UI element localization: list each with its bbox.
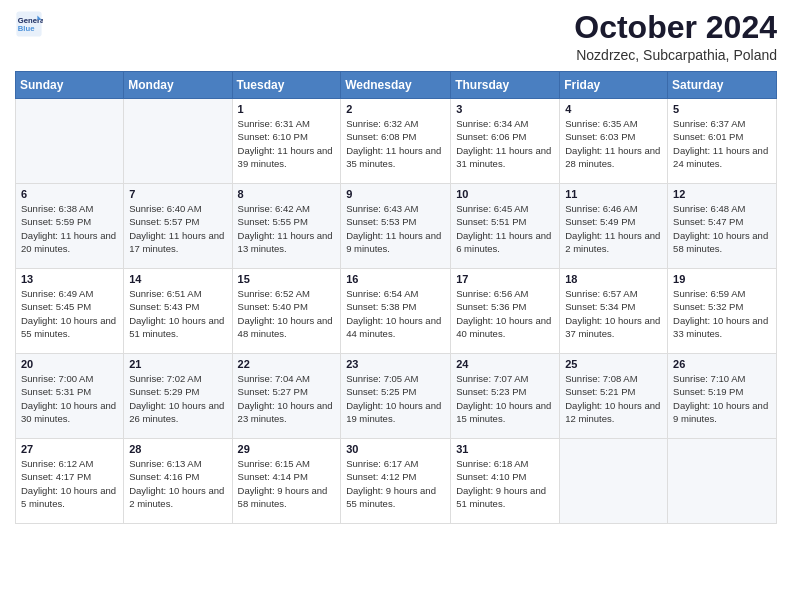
day-info: Sunrise: 6:57 AMSunset: 5:34 PMDaylight:…: [565, 287, 662, 340]
sunrise-text: Sunrise: 6:31 AM: [238, 118, 310, 129]
daylight-text: Daylight: 11 hours and 9 minutes.: [346, 230, 441, 254]
daylight-text: Daylight: 10 hours and 12 minutes.: [565, 400, 660, 424]
day-info: Sunrise: 6:45 AMSunset: 5:51 PMDaylight:…: [456, 202, 554, 255]
table-row: 31Sunrise: 6:18 AMSunset: 4:10 PMDayligh…: [451, 439, 560, 524]
sunrise-text: Sunrise: 6:18 AM: [456, 458, 528, 469]
table-row: 19Sunrise: 6:59 AMSunset: 5:32 PMDayligh…: [668, 269, 777, 354]
sunset-text: Sunset: 5:43 PM: [129, 301, 199, 312]
sunrise-text: Sunrise: 6:51 AM: [129, 288, 201, 299]
day-info: Sunrise: 6:37 AMSunset: 6:01 PMDaylight:…: [673, 117, 771, 170]
day-info: Sunrise: 6:56 AMSunset: 5:36 PMDaylight:…: [456, 287, 554, 340]
sunset-text: Sunset: 5:45 PM: [21, 301, 91, 312]
day-info: Sunrise: 6:54 AMSunset: 5:38 PMDaylight:…: [346, 287, 445, 340]
day-info: Sunrise: 6:51 AMSunset: 5:43 PMDaylight:…: [129, 287, 226, 340]
sunrise-text: Sunrise: 6:56 AM: [456, 288, 528, 299]
page: General Blue October 2024 Nozdrzec, Subc…: [0, 0, 792, 612]
week-row-1: 1Sunrise: 6:31 AMSunset: 6:10 PMDaylight…: [16, 99, 777, 184]
header-saturday: Saturday: [668, 72, 777, 99]
table-row: 14Sunrise: 6:51 AMSunset: 5:43 PMDayligh…: [124, 269, 232, 354]
sunrise-text: Sunrise: 6:13 AM: [129, 458, 201, 469]
sunrise-text: Sunrise: 6:54 AM: [346, 288, 418, 299]
header-wednesday: Wednesday: [341, 72, 451, 99]
day-info: Sunrise: 7:05 AMSunset: 5:25 PMDaylight:…: [346, 372, 445, 425]
sunset-text: Sunset: 5:32 PM: [673, 301, 743, 312]
table-row: 21Sunrise: 7:02 AMSunset: 5:29 PMDayligh…: [124, 354, 232, 439]
sunrise-text: Sunrise: 6:37 AM: [673, 118, 745, 129]
sunrise-text: Sunrise: 7:10 AM: [673, 373, 745, 384]
day-info: Sunrise: 6:35 AMSunset: 6:03 PMDaylight:…: [565, 117, 662, 170]
sunrise-text: Sunrise: 6:43 AM: [346, 203, 418, 214]
week-row-5: 27Sunrise: 6:12 AMSunset: 4:17 PMDayligh…: [16, 439, 777, 524]
day-info: Sunrise: 7:02 AMSunset: 5:29 PMDaylight:…: [129, 372, 226, 425]
sunset-text: Sunset: 5:36 PM: [456, 301, 526, 312]
daylight-text: Daylight: 11 hours and 17 minutes.: [129, 230, 224, 254]
daylight-text: Daylight: 11 hours and 6 minutes.: [456, 230, 551, 254]
day-info: Sunrise: 6:52 AMSunset: 5:40 PMDaylight:…: [238, 287, 336, 340]
day-number: 18: [565, 273, 662, 285]
day-number: 11: [565, 188, 662, 200]
daylight-text: Daylight: 10 hours and 26 minutes.: [129, 400, 224, 424]
sunrise-text: Sunrise: 6:45 AM: [456, 203, 528, 214]
table-row: 1Sunrise: 6:31 AMSunset: 6:10 PMDaylight…: [232, 99, 341, 184]
sunrise-text: Sunrise: 6:35 AM: [565, 118, 637, 129]
day-number: 12: [673, 188, 771, 200]
month-title: October 2024: [574, 10, 777, 45]
daylight-text: Daylight: 10 hours and 19 minutes.: [346, 400, 441, 424]
daylight-text: Daylight: 10 hours and 51 minutes.: [129, 315, 224, 339]
header: General Blue October 2024 Nozdrzec, Subc…: [15, 10, 777, 63]
daylight-text: Daylight: 10 hours and 33 minutes.: [673, 315, 768, 339]
header-thursday: Thursday: [451, 72, 560, 99]
table-row: 17Sunrise: 6:56 AMSunset: 5:36 PMDayligh…: [451, 269, 560, 354]
daylight-text: Daylight: 11 hours and 24 minutes.: [673, 145, 768, 169]
day-number: 6: [21, 188, 118, 200]
sunrise-text: Sunrise: 6:40 AM: [129, 203, 201, 214]
table-row: 18Sunrise: 6:57 AMSunset: 5:34 PMDayligh…: [560, 269, 668, 354]
table-row: 20Sunrise: 7:00 AMSunset: 5:31 PMDayligh…: [16, 354, 124, 439]
table-row: 13Sunrise: 6:49 AMSunset: 5:45 PMDayligh…: [16, 269, 124, 354]
day-number: 4: [565, 103, 662, 115]
sunrise-text: Sunrise: 6:38 AM: [21, 203, 93, 214]
day-number: 16: [346, 273, 445, 285]
sunset-text: Sunset: 4:14 PM: [238, 471, 308, 482]
sunset-text: Sunset: 5:34 PM: [565, 301, 635, 312]
location-title: Nozdrzec, Subcarpathia, Poland: [574, 47, 777, 63]
calendar-table: Sunday Monday Tuesday Wednesday Thursday…: [15, 71, 777, 524]
table-row: 25Sunrise: 7:08 AMSunset: 5:21 PMDayligh…: [560, 354, 668, 439]
day-number: 19: [673, 273, 771, 285]
sunset-text: Sunset: 5:29 PM: [129, 386, 199, 397]
week-row-4: 20Sunrise: 7:00 AMSunset: 5:31 PMDayligh…: [16, 354, 777, 439]
sunset-text: Sunset: 5:59 PM: [21, 216, 91, 227]
table-row: 5Sunrise: 6:37 AMSunset: 6:01 PMDaylight…: [668, 99, 777, 184]
sunset-text: Sunset: 5:57 PM: [129, 216, 199, 227]
day-info: Sunrise: 6:15 AMSunset: 4:14 PMDaylight:…: [238, 457, 336, 510]
sunrise-text: Sunrise: 7:07 AM: [456, 373, 528, 384]
day-number: 27: [21, 443, 118, 455]
table-row: 16Sunrise: 6:54 AMSunset: 5:38 PMDayligh…: [341, 269, 451, 354]
sunset-text: Sunset: 6:03 PM: [565, 131, 635, 142]
header-sunday: Sunday: [16, 72, 124, 99]
sunrise-text: Sunrise: 6:57 AM: [565, 288, 637, 299]
sunrise-text: Sunrise: 6:12 AM: [21, 458, 93, 469]
day-info: Sunrise: 6:18 AMSunset: 4:10 PMDaylight:…: [456, 457, 554, 510]
header-friday: Friday: [560, 72, 668, 99]
day-number: 23: [346, 358, 445, 370]
day-info: Sunrise: 6:32 AMSunset: 6:08 PMDaylight:…: [346, 117, 445, 170]
table-row: 7Sunrise: 6:40 AMSunset: 5:57 PMDaylight…: [124, 184, 232, 269]
table-row: 9Sunrise: 6:43 AMSunset: 5:53 PMDaylight…: [341, 184, 451, 269]
sunrise-text: Sunrise: 6:48 AM: [673, 203, 745, 214]
day-number: 31: [456, 443, 554, 455]
sunset-text: Sunset: 5:21 PM: [565, 386, 635, 397]
table-row: 29Sunrise: 6:15 AMSunset: 4:14 PMDayligh…: [232, 439, 341, 524]
sunrise-text: Sunrise: 7:00 AM: [21, 373, 93, 384]
daylight-text: Daylight: 10 hours and 2 minutes.: [129, 485, 224, 509]
calendar-header-row: Sunday Monday Tuesday Wednesday Thursday…: [16, 72, 777, 99]
day-number: 9: [346, 188, 445, 200]
sunset-text: Sunset: 5:31 PM: [21, 386, 91, 397]
header-right: October 2024 Nozdrzec, Subcarpathia, Pol…: [574, 10, 777, 63]
sunrise-text: Sunrise: 6:34 AM: [456, 118, 528, 129]
day-info: Sunrise: 6:38 AMSunset: 5:59 PMDaylight:…: [21, 202, 118, 255]
sunset-text: Sunset: 6:10 PM: [238, 131, 308, 142]
daylight-text: Daylight: 10 hours and 23 minutes.: [238, 400, 333, 424]
day-info: Sunrise: 6:46 AMSunset: 5:49 PMDaylight:…: [565, 202, 662, 255]
table-row: 22Sunrise: 7:04 AMSunset: 5:27 PMDayligh…: [232, 354, 341, 439]
